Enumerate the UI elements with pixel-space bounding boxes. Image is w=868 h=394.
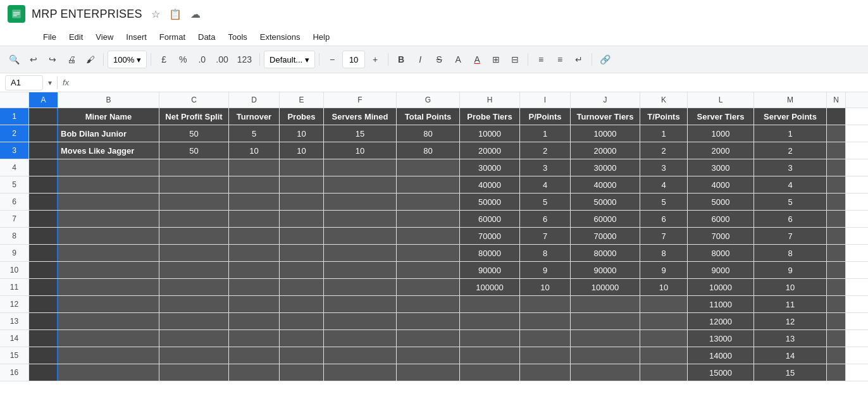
cell-16-F[interactable]	[324, 364, 397, 381]
cell-13-G[interactable]	[397, 313, 460, 329]
cell-16-H[interactable]	[460, 364, 520, 381]
cell-6-N[interactable]	[827, 194, 846, 210]
cell-11-C[interactable]	[159, 279, 229, 295]
cell-5-G[interactable]	[397, 176, 460, 193]
cell-9-F[interactable]	[324, 245, 397, 261]
format-123-button[interactable]: 123	[233, 51, 256, 68]
cell-15-F[interactable]	[324, 347, 397, 364]
cell-15-B[interactable]	[58, 347, 159, 364]
cell-12-J[interactable]	[571, 296, 640, 312]
cell-4-B[interactable]	[58, 159, 159, 176]
cell-3-L[interactable]: 2000	[688, 142, 754, 159]
cell-2-A[interactable]	[29, 125, 58, 142]
cell-11-M[interactable]: 10	[754, 279, 827, 295]
cell-7-F[interactable]	[324, 211, 397, 227]
cell-16-J[interactable]	[571, 364, 640, 381]
cell-9-A[interactable]	[29, 245, 58, 261]
col-header-h[interactable]: H	[460, 92, 520, 108]
col-header-l[interactable]: L	[688, 92, 754, 108]
cell-2-H[interactable]: 10000	[460, 125, 520, 142]
cell-8-D[interactable]	[229, 228, 280, 244]
cell-11-G[interactable]	[397, 279, 460, 295]
cell-5-J[interactable]: 40000	[571, 176, 640, 193]
cell-1-D[interactable]: Turnover	[229, 108, 280, 125]
cell-12-G[interactable]	[397, 296, 460, 312]
cell-1-I[interactable]: P/Points	[520, 108, 571, 125]
cell-16-G[interactable]	[397, 364, 460, 381]
cell-4-N[interactable]	[827, 159, 846, 176]
cell-2-I[interactable]: 1	[520, 125, 571, 142]
cell-10-C[interactable]	[159, 262, 229, 278]
undo-button[interactable]: ↩	[25, 51, 42, 68]
cell-6-L[interactable]: 5000	[688, 194, 754, 210]
cell-1-K[interactable]: T/Points	[640, 108, 688, 125]
cell-14-M[interactable]: 13	[754, 330, 827, 347]
cell-15-H[interactable]	[460, 347, 520, 364]
cell-4-F[interactable]	[324, 159, 397, 176]
zoom-selector[interactable]: 100% ▾	[108, 51, 147, 68]
italic-button[interactable]: I	[411, 51, 429, 68]
cell-2-J[interactable]: 10000	[571, 125, 640, 142]
cell-7-J[interactable]: 60000	[571, 211, 640, 227]
folder-icon[interactable]: 📋	[169, 8, 182, 20]
cell-6-B[interactable]	[58, 194, 159, 210]
cell-15-D[interactable]	[229, 347, 280, 364]
cell-3-I[interactable]: 2	[520, 142, 571, 159]
cell-14-C[interactable]	[159, 330, 229, 347]
cell-13-I[interactable]	[520, 313, 571, 329]
cell-5-L[interactable]: 4000	[688, 176, 754, 193]
cell-8-J[interactable]: 70000	[571, 228, 640, 244]
font-family-selector[interactable]: Default... ▾	[264, 51, 315, 68]
cell-16-I[interactable]	[520, 364, 571, 381]
cell-8-C[interactable]	[159, 228, 229, 244]
cell-7-A[interactable]	[29, 211, 58, 227]
borders-button[interactable]: ⊞	[487, 51, 505, 68]
cell-14-B[interactable]	[58, 330, 159, 347]
cell-9-L[interactable]: 8000	[688, 245, 754, 261]
align-left-button[interactable]: ≡	[532, 51, 550, 68]
cell-9-C[interactable]	[159, 245, 229, 261]
cell-3-E[interactable]: 10	[280, 142, 324, 159]
cell-4-M[interactable]: 3	[754, 159, 827, 176]
cell-3-C[interactable]: 50	[159, 142, 229, 159]
cell-6-D[interactable]	[229, 194, 280, 210]
cell-6-J[interactable]: 50000	[571, 194, 640, 210]
cell-11-F[interactable]	[324, 279, 397, 295]
bold-button[interactable]: B	[392, 51, 410, 68]
cell-12-I[interactable]	[520, 296, 571, 312]
cell-15-E[interactable]	[280, 347, 324, 364]
cell-9-M[interactable]: 8	[754, 245, 827, 261]
align-center-button[interactable]: ≡	[551, 51, 569, 68]
cell-12-M[interactable]: 11	[754, 296, 827, 312]
menu-insert[interactable]: Insert	[121, 30, 152, 44]
cell-9-E[interactable]	[280, 245, 324, 261]
cell-9-G[interactable]	[397, 245, 460, 261]
cell-13-L[interactable]: 12000	[688, 313, 754, 329]
cell-7-N[interactable]	[827, 211, 846, 227]
cell-12-F[interactable]	[324, 296, 397, 312]
cell-11-K[interactable]: 10	[640, 279, 688, 295]
cell-5-K[interactable]: 4	[640, 176, 688, 193]
cell-3-F[interactable]: 10	[324, 142, 397, 159]
cell-15-A[interactable]	[29, 347, 58, 364]
col-header-i[interactable]: I	[520, 92, 571, 108]
cell-10-J[interactable]: 90000	[571, 262, 640, 278]
cell-6-H[interactable]: 50000	[460, 194, 520, 210]
cell-16-N[interactable]	[827, 364, 846, 381]
cloud-icon[interactable]: ☁	[190, 8, 201, 20]
cell-1-L[interactable]: Server Tiers	[688, 108, 754, 125]
cell-4-I[interactable]: 3	[520, 159, 571, 176]
cell-9-B[interactable]	[58, 245, 159, 261]
cell-2-G[interactable]: 80	[397, 125, 460, 142]
cell-11-A[interactable]	[29, 279, 58, 295]
cell-14-K[interactable]	[640, 330, 688, 347]
cell-12-H[interactable]	[460, 296, 520, 312]
col-header-b[interactable]: B	[58, 92, 159, 108]
cell-13-J[interactable]	[571, 313, 640, 329]
cell-2-D[interactable]: 5	[229, 125, 280, 142]
cell-9-D[interactable]	[229, 245, 280, 261]
cell-16-E[interactable]	[280, 364, 324, 381]
cell-12-B[interactable]	[58, 296, 159, 312]
cell-12-N[interactable]	[827, 296, 846, 312]
cell-7-H[interactable]: 60000	[460, 211, 520, 227]
